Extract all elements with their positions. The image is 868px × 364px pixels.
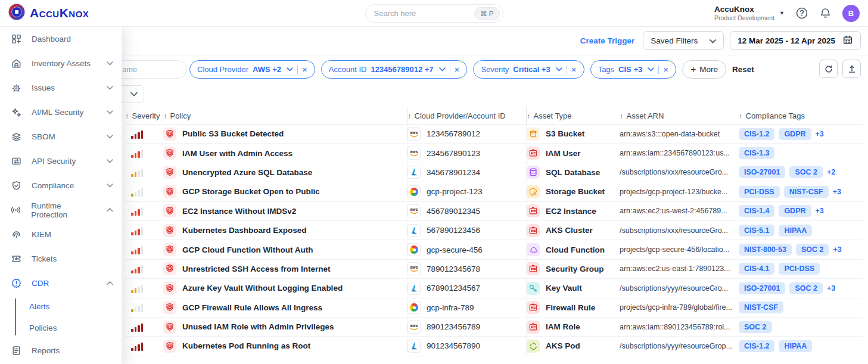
chevron-down-icon bbox=[107, 86, 113, 90]
table-row[interactable]: Unrestricted SSH Access from Internetaws… bbox=[125, 260, 863, 279]
column-header-compliance-tags[interactable]: ↑ Compliance Tags bbox=[739, 107, 863, 124]
sidebar-subitem-policies[interactable]: Policies bbox=[29, 317, 122, 338]
table-row[interactable]: Kubernetes Pod Running as Root9012345678… bbox=[125, 337, 863, 356]
severity-medium-icon bbox=[131, 284, 143, 293]
export-button[interactable] bbox=[842, 60, 861, 78]
filter-chip-severity[interactable]: SeverityCritical +3 × bbox=[473, 60, 584, 79]
severity-cell bbox=[125, 298, 163, 317]
compliance-tag[interactable]: ISO-27001 bbox=[739, 282, 785, 294]
asset-type-cell: AKS Cluster bbox=[527, 221, 620, 239]
policy-cell: Azure Key Vault Without Logging Enabled bbox=[163, 279, 407, 297]
compliance-tag[interactable]: GDPR bbox=[779, 205, 811, 217]
gcp-icon bbox=[407, 301, 421, 314]
table-row[interactable]: Unused IAM Role with Admin Privilegesaws… bbox=[125, 318, 863, 337]
saved-filters-dropdown[interactable]: Saved Filters bbox=[643, 31, 724, 50]
compliance-tag[interactable]: PCI-DSS bbox=[779, 263, 820, 275]
policy-cell: Unrestricted SSH Access from Internet bbox=[163, 260, 407, 278]
sidebar-item-api-security[interactable]: API Security bbox=[0, 149, 122, 173]
remove-filter-icon[interactable]: × bbox=[571, 65, 577, 74]
compliance-tag[interactable]: GDPR bbox=[779, 128, 811, 140]
chevron-down-icon bbox=[107, 61, 113, 66]
sidebar-item-compliance[interactable]: Compliance bbox=[0, 173, 122, 198]
sidebar-item-reports[interactable]: Reports bbox=[0, 338, 122, 363]
compliance-tag[interactable]: CIS-1.2 bbox=[739, 128, 774, 140]
azure-icon bbox=[407, 224, 421, 237]
compliance-tag[interactable]: HIPAA bbox=[779, 340, 812, 352]
compliance-tag[interactable]: HIPAA bbox=[779, 225, 812, 237]
severity-critical-icon bbox=[131, 129, 143, 139]
column-header-policy[interactable]: ↑ Policy bbox=[163, 107, 407, 124]
more-tags-link[interactable]: +3 bbox=[833, 245, 841, 254]
table-row[interactable]: Public S3 Bucket Detectedaws123456789012… bbox=[125, 125, 863, 144]
more-filters-button[interactable]: +More bbox=[682, 60, 726, 79]
table-row[interactable]: IAM User with Admin Accessaws23456789012… bbox=[125, 144, 863, 163]
severity-cell bbox=[125, 202, 163, 220]
sidebar-item-dashboard[interactable]: Dashboard bbox=[0, 27, 122, 51]
table-row[interactable]: GCP Cloud Function Without Authgcp-secur… bbox=[125, 240, 863, 259]
tenant-switcher[interactable]: AccuKnox Product Development ▼ bbox=[714, 5, 785, 21]
key-icon bbox=[527, 282, 540, 295]
sidebar-item-runtime-protection[interactable]: Runtime Protection bbox=[0, 198, 122, 222]
sidebar-item-sbom[interactable]: SBOM bbox=[0, 125, 122, 149]
filter-chip-account-id[interactable]: Account ID123456789012 +7 × bbox=[321, 60, 468, 79]
more-tags-link[interactable]: +3 bbox=[816, 130, 824, 138]
compliance-tag[interactable]: NIST-CSF bbox=[784, 186, 829, 198]
more-tags-link[interactable]: +3 bbox=[816, 207, 824, 215]
date-range-picker[interactable]: 12 Mar 2025 - 12 Apr 2025 bbox=[730, 31, 861, 50]
policy-cell: GCP Firewall Rule Allows All Ingress bbox=[163, 298, 407, 317]
asset-type-cell: Key Vault bbox=[527, 279, 620, 297]
sidebar-item-tickets[interactable]: Tickets bbox=[0, 247, 122, 271]
compliance-tag[interactable]: SOC 2 bbox=[789, 166, 823, 178]
help-icon[interactable] bbox=[795, 7, 808, 20]
compliance-tag[interactable]: ISO-27001 bbox=[739, 166, 785, 178]
compliance-tag[interactable]: CIS-4.1 bbox=[739, 263, 774, 275]
column-header-cloud-provider-account-id[interactable]: ↑ Cloud Provider/Account ID bbox=[407, 107, 527, 124]
sidebar-item-kiem[interactable]: KIEM bbox=[0, 222, 122, 247]
compliance-tag[interactable]: SOC 2 bbox=[796, 244, 829, 256]
user-avatar[interactable]: B bbox=[842, 5, 860, 22]
compliance-tags-cell: CIS-1.4GDPR+3 bbox=[739, 202, 863, 220]
more-tags-link[interactable]: +3 bbox=[827, 284, 835, 293]
column-header-severity[interactable]: ↑ Severity bbox=[125, 107, 163, 124]
table-row[interactable]: GCP Firewall Rule Allows All Ingressgcp-… bbox=[125, 298, 863, 318]
refresh-button[interactable] bbox=[819, 60, 838, 78]
compliance-tag[interactable]: SOC 2 bbox=[789, 282, 823, 294]
compliance-tag[interactable]: CIS-1.4 bbox=[739, 205, 774, 217]
compliance-tag[interactable]: NIST-CSF bbox=[739, 301, 783, 313]
column-header-asset-type[interactable]: ↑ Asset Type bbox=[527, 107, 620, 124]
remove-filter-icon[interactable]: × bbox=[455, 65, 460, 74]
asset-type-cell: Storage Bucket bbox=[527, 182, 620, 201]
table-row[interactable]: Kubernetes Dashboard Exposed567890123456… bbox=[125, 221, 863, 240]
sidebar-subitem-alerts[interactable]: Alerts bbox=[29, 295, 122, 317]
sidebar-item-ai-ml-security[interactable]: AI/ML Security bbox=[0, 100, 122, 125]
global-search-input[interactable]: Search here ⌘ P bbox=[365, 4, 503, 23]
accuknox-logo[interactable]: AccuKnox bbox=[8, 4, 89, 23]
sidebar-item-issues[interactable]: Issues bbox=[0, 76, 122, 100]
remove-filter-icon[interactable]: × bbox=[663, 65, 668, 74]
policy-shield-icon bbox=[163, 321, 176, 334]
more-tags-link[interactable]: +3 bbox=[833, 188, 841, 196]
table-row[interactable]: Unencrypted Azure SQL Database3456789012… bbox=[125, 163, 863, 182]
column-header-asset-arn[interactable]: ↑ Asset ARN bbox=[620, 107, 739, 124]
table-row[interactable]: EC2 Instance Without IMDSv2aws4567890123… bbox=[125, 202, 863, 221]
sidebar-item-inventory-assets[interactable]: Inventory Assets bbox=[0, 51, 122, 76]
compliance-tag[interactable]: NIST-800-53 bbox=[739, 244, 792, 256]
compliance-tag[interactable]: CIS-1.3 bbox=[739, 147, 774, 159]
database-icon bbox=[527, 166, 540, 179]
filter-chip-tags[interactable]: TagsCIS +3 × bbox=[590, 60, 676, 79]
compliance-tag[interactable]: PCI-DSS bbox=[739, 186, 780, 198]
severity-cell bbox=[125, 221, 163, 239]
table-row[interactable]: GCP Storage Bucket Open to Publicgcp-pro… bbox=[125, 182, 863, 201]
table-row[interactable]: Azure Key Vault Without Logging Enabled6… bbox=[125, 279, 863, 298]
remove-filter-icon[interactable]: × bbox=[302, 65, 307, 74]
reset-filters-button[interactable]: Reset bbox=[732, 65, 754, 74]
more-tags-link[interactable]: +2 bbox=[827, 168, 835, 176]
svg-text:aws: aws bbox=[410, 266, 418, 270]
sidebar-item-cdr[interactable]: CDR bbox=[0, 271, 122, 295]
compliance-tag[interactable]: CIS-5.1 bbox=[739, 225, 774, 237]
filter-chip-cloud-provider[interactable]: Cloud ProviderAWS +2 × bbox=[189, 60, 315, 79]
create-trigger-link[interactable]: Create Trigger bbox=[580, 36, 635, 45]
notifications-bell-icon[interactable] bbox=[819, 7, 832, 20]
compliance-tag[interactable]: CIS-1.2 bbox=[739, 340, 774, 352]
compliance-tag[interactable]: SOC 2 bbox=[739, 321, 772, 333]
